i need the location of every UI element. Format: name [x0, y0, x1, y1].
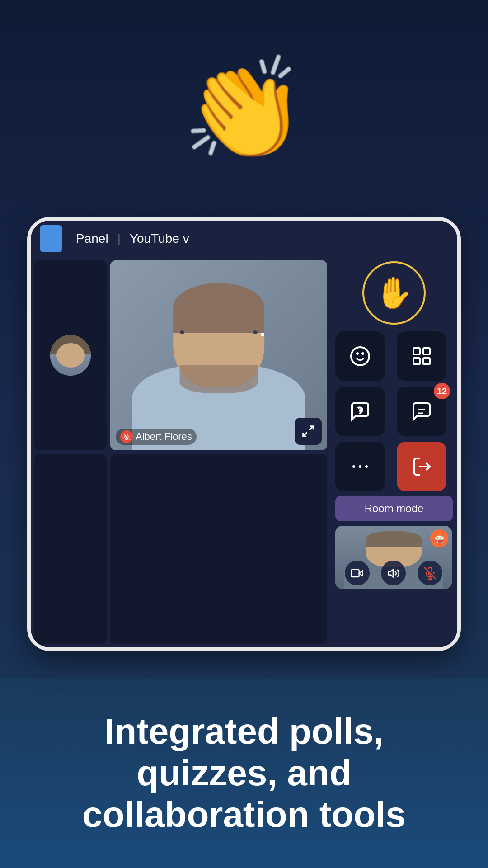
top-bar: Panel | YouTube v — [31, 221, 457, 257]
youtube-label: YouTube v — [130, 231, 189, 246]
svg-rect-8 — [413, 348, 420, 354]
participants-button[interactable] — [397, 331, 446, 381]
svg-marker-20 — [388, 569, 393, 576]
room-mode-button[interactable]: Room mode — [335, 496, 453, 521]
mic-mute-button[interactable] — [418, 561, 442, 585]
smiley-button[interactable] — [335, 331, 385, 381]
svg-rect-19 — [351, 569, 359, 576]
svg-point-17 — [365, 465, 368, 468]
icon-grid: 12 — [335, 331, 453, 491]
camera-button[interactable] — [345, 561, 370, 585]
tablet-frame: Panel | YouTube v — [27, 217, 461, 651]
smiley-icon — [349, 345, 371, 367]
video-cell-empty-2 — [110, 454, 327, 644]
mic-mute-icon — [424, 567, 436, 580]
raise-hand-button[interactable]: ✋ — [362, 261, 426, 325]
speaker-icon — [387, 567, 400, 580]
raise-hand-icon: ✋ — [375, 275, 413, 311]
svg-rect-9 — [423, 348, 430, 354]
avatar — [50, 335, 91, 376]
poll-button[interactable] — [335, 387, 385, 436]
bottom-section: Integrated polls, quizzes, and collabora… — [0, 678, 488, 868]
top-section: 👏 — [0, 0, 488, 217]
chat-button[interactable]: 12 — [397, 387, 446, 436]
svg-rect-10 — [413, 358, 420, 364]
top-bar-blue-button[interactable] — [40, 225, 62, 252]
drum-icon: 🥁 — [434, 533, 445, 544]
svg-point-15 — [352, 465, 355, 468]
svg-point-5 — [351, 347, 369, 365]
drum-badge: 🥁 — [430, 529, 448, 547]
chat-badge: 12 — [434, 383, 450, 399]
divider: | — [117, 231, 121, 246]
leave-button[interactable] — [397, 442, 446, 491]
name-tag: Albert Flores — [116, 429, 197, 445]
tablet-inner: Panel | YouTube v — [31, 221, 457, 647]
question-icon — [349, 401, 371, 422]
panel-label: Panel — [76, 231, 108, 246]
bottom-headline: Integrated polls, quizzes, and collabora… — [36, 711, 452, 835]
mute-icon — [120, 430, 133, 443]
mini-controls — [335, 561, 452, 585]
more-options-button[interactable] — [335, 442, 385, 491]
svg-point-16 — [359, 465, 361, 468]
video-cell-small-avatar — [34, 260, 107, 450]
camera-icon — [351, 567, 363, 580]
expand-button[interactable] — [295, 418, 322, 445]
more-icon — [349, 456, 371, 477]
device-section: Panel | YouTube v — [0, 217, 488, 678]
chat-icon — [411, 401, 432, 422]
clapping-emoji: 👏 — [182, 59, 306, 158]
main-content: Albert Flores — [31, 257, 457, 647]
exit-icon — [411, 456, 432, 477]
person-name: Albert Flores — [136, 431, 192, 443]
grid-icon — [411, 345, 432, 367]
right-panel: ✋ — [331, 257, 457, 647]
mini-video: 🥁 — [335, 526, 452, 589]
speaker-button[interactable] — [381, 561, 406, 585]
video-cell-main: Albert Flores — [110, 260, 327, 450]
video-cell-empty-1 — [34, 454, 107, 644]
room-mode-label: Room mode — [365, 502, 424, 514]
svg-rect-11 — [423, 358, 430, 364]
video-grid: Albert Flores — [31, 257, 331, 647]
